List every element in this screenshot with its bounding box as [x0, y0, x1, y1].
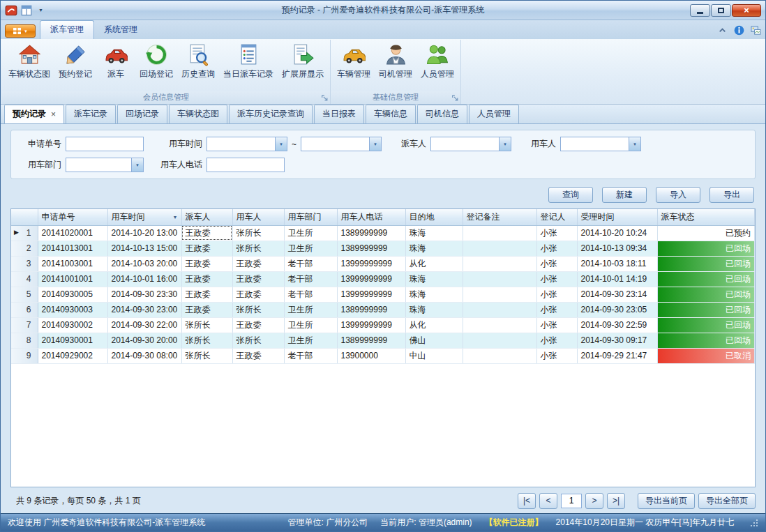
- export-all-pages-button[interactable]: 导出全部页: [698, 493, 756, 509]
- request-no-input[interactable]: [66, 137, 144, 151]
- row-indicator-cell[interactable]: ▶1: [11, 225, 38, 241]
- tab-daily-report[interactable]: 当日报表: [314, 105, 364, 123]
- cell-destination[interactable]: 珠海: [405, 241, 463, 256]
- column-header-registrar[interactable]: 登记人: [536, 209, 577, 225]
- cell-phone[interactable]: 13999999999: [337, 256, 405, 271]
- minimize-button[interactable]: [690, 4, 710, 17]
- table-row[interactable]: 3201410030012014-10-03 20:00王政委王政委老干部139…: [11, 256, 755, 271]
- cell-status[interactable]: 已回场: [657, 256, 755, 271]
- phone-input[interactable]: [206, 158, 285, 172]
- cell-dispatcher[interactable]: 张所长: [181, 317, 232, 333]
- cell-request-no[interactable]: 20140930003: [38, 302, 107, 317]
- chevron-down-icon[interactable]: ▼: [629, 137, 640, 151]
- row-indicator-cell[interactable]: 5: [11, 287, 38, 302]
- cell-registrar[interactable]: 小张: [536, 256, 577, 271]
- table-row[interactable]: 6201409300032014-09-30 23:00王政委张所长卫生所138…: [11, 302, 755, 317]
- cell-dispatcher[interactable]: 王政委: [181, 256, 232, 271]
- cell-registrar[interactable]: 小张: [536, 348, 577, 363]
- cell-destination[interactable]: 珠海: [405, 287, 463, 302]
- cell-registrar[interactable]: 小张: [536, 302, 577, 317]
- row-indicator-cell[interactable]: 6: [11, 302, 38, 317]
- cell-use-time[interactable]: 2014-09-30 23:30: [107, 287, 181, 302]
- user-combo[interactable]: ▼: [560, 137, 641, 151]
- cell-registrar[interactable]: 小张: [536, 317, 577, 333]
- column-header-destination[interactable]: 目的地: [405, 209, 463, 225]
- cell-registrar[interactable]: 小张: [536, 287, 577, 302]
- cell-user[interactable]: 张所长: [232, 333, 284, 348]
- cell-dispatcher[interactable]: 王政委: [181, 225, 232, 241]
- cell-destination[interactable]: 从化: [405, 256, 463, 271]
- cell-status[interactable]: 已回场: [657, 302, 755, 317]
- cell-accept-time[interactable]: 2014-10-20 10:24: [577, 225, 657, 241]
- maximize-button[interactable]: [711, 4, 731, 17]
- cell-department[interactable]: 卫生所: [284, 225, 337, 241]
- cell-accept-time[interactable]: 2014-09-30 09:17: [577, 333, 657, 348]
- cell-phone[interactable]: 1389999999: [337, 302, 405, 317]
- cell-status[interactable]: 已回场: [657, 287, 755, 302]
- ribbon-button-vehicle-mgmt[interactable]: 车辆管理: [333, 41, 375, 82]
- cell-accept-time[interactable]: 2014-09-29 21:47: [577, 348, 657, 363]
- cell-remark[interactable]: [463, 287, 536, 302]
- cell-request-no[interactable]: 20141020001: [38, 225, 107, 241]
- ribbon-tab-dispatch-mgmt[interactable]: 派车管理: [40, 20, 94, 39]
- cell-use-time[interactable]: 2014-09-30 23:00: [107, 302, 181, 317]
- tab-vehicle-status-chart[interactable]: 车辆状态图: [169, 105, 227, 123]
- cell-remark[interactable]: [463, 225, 536, 241]
- cell-request-no[interactable]: 20140929002: [38, 348, 107, 363]
- cell-remark[interactable]: [463, 348, 536, 363]
- cell-user[interactable]: 张所长: [232, 302, 284, 317]
- chevron-down-icon[interactable]: ▼: [275, 137, 287, 151]
- cell-dispatcher[interactable]: 王政委: [181, 302, 232, 317]
- cell-phone[interactable]: 13900000: [337, 348, 405, 363]
- cell-remark[interactable]: [463, 302, 536, 317]
- table-row[interactable]: 5201409300052014-09-30 23:30王政委王政委老干部139…: [11, 287, 755, 302]
- table-row[interactable]: 4201410010012014-10-01 16:00王政委王政委老干部139…: [11, 271, 755, 287]
- cell-registrar[interactable]: 小张: [536, 225, 577, 241]
- cell-registrar[interactable]: 小张: [536, 241, 577, 256]
- ribbon-button-staff-mgmt[interactable]: 人员管理: [416, 41, 458, 82]
- chevron-down-icon[interactable]: ▼: [499, 137, 511, 151]
- column-header-remark[interactable]: 登记备注: [463, 209, 536, 225]
- department-combo[interactable]: ▼: [66, 158, 144, 172]
- cell-remark[interactable]: [463, 256, 536, 271]
- use-time-from-combo[interactable]: ▼: [206, 137, 287, 151]
- row-indicator-cell[interactable]: 3: [11, 256, 38, 271]
- cell-request-no[interactable]: 20141003001: [38, 256, 107, 271]
- cell-status[interactable]: 已回场: [657, 271, 755, 287]
- tab-vehicle-info[interactable]: 车辆信息: [366, 105, 416, 123]
- cell-phone[interactable]: 13999999999: [337, 317, 405, 333]
- use-time-to-combo[interactable]: ▼: [301, 137, 382, 151]
- resize-grip[interactable]: [749, 518, 758, 527]
- cell-accept-time[interactable]: 2014-09-30 22:59: [577, 317, 657, 333]
- ribbon-button-vehicle-status-chart[interactable]: 车辆状态图: [4, 41, 54, 82]
- cell-destination[interactable]: 珠海: [405, 271, 463, 287]
- cell-request-no[interactable]: 20141001001: [38, 271, 107, 287]
- create-button[interactable]: 新建: [602, 187, 647, 203]
- cell-phone[interactable]: 13999999999: [337, 271, 405, 287]
- ribbon-button-history-query[interactable]: 历史查询: [177, 41, 219, 82]
- cell-phone[interactable]: 1389999999: [337, 241, 405, 256]
- cell-user[interactable]: 王政委: [232, 348, 284, 363]
- cell-user[interactable]: 王政委: [232, 271, 284, 287]
- table-row[interactable]: 8201409300012014-09-30 20:00张所长张所长卫生所138…: [11, 333, 755, 348]
- close-button[interactable]: ×: [732, 4, 761, 17]
- cell-accept-time[interactable]: 2014-09-30 23:05: [577, 302, 657, 317]
- column-header-accept-time[interactable]: 受理时间: [577, 209, 657, 225]
- cell-department[interactable]: 卫生所: [284, 241, 337, 256]
- page-number-input[interactable]: [561, 494, 582, 508]
- ribbon-button-reservation-register[interactable]: 预约登记: [54, 41, 96, 82]
- ribbon-button-today-dispatch-records[interactable]: 当日派车记录: [219, 41, 278, 82]
- table-row[interactable]: 9201409290022014-09-30 08:00张所长王政委老干部139…: [11, 348, 755, 363]
- cell-accept-time[interactable]: 2014-09-30 23:14: [577, 287, 657, 302]
- column-header-dispatcher[interactable]: 派车人: [181, 209, 232, 225]
- cell-destination[interactable]: 佛山: [405, 333, 463, 348]
- export-button[interactable]: 导出: [709, 187, 754, 203]
- cell-status[interactable]: 已回场: [657, 333, 755, 348]
- cell-status[interactable]: 已回场: [657, 317, 755, 333]
- close-tab-icon[interactable]: ×: [51, 109, 56, 119]
- cell-user[interactable]: 张所长: [232, 241, 284, 256]
- cell-department[interactable]: 老干部: [284, 348, 337, 363]
- cell-user[interactable]: 王政委: [232, 287, 284, 302]
- row-indicator-cell[interactable]: 9: [11, 348, 38, 363]
- cell-accept-time[interactable]: 2014-10-01 14:19: [577, 271, 657, 287]
